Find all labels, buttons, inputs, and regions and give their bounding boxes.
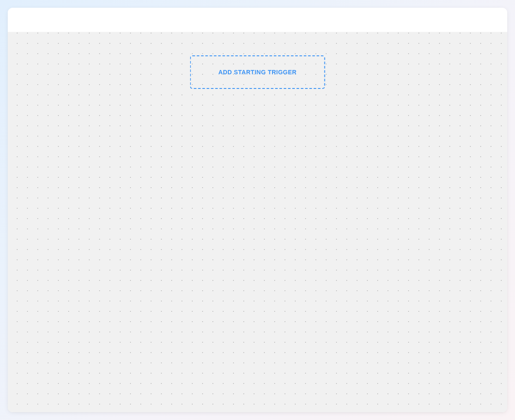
add-starting-trigger-label: Add Starting Trigger bbox=[218, 69, 297, 76]
workflow-builder-container: Add Starting Trigger bbox=[8, 8, 507, 412]
add-starting-trigger-button[interactable]: Add Starting Trigger bbox=[190, 55, 325, 89]
toolbar bbox=[8, 8, 507, 32]
workflow-canvas[interactable]: Add Starting Trigger bbox=[8, 32, 507, 412]
